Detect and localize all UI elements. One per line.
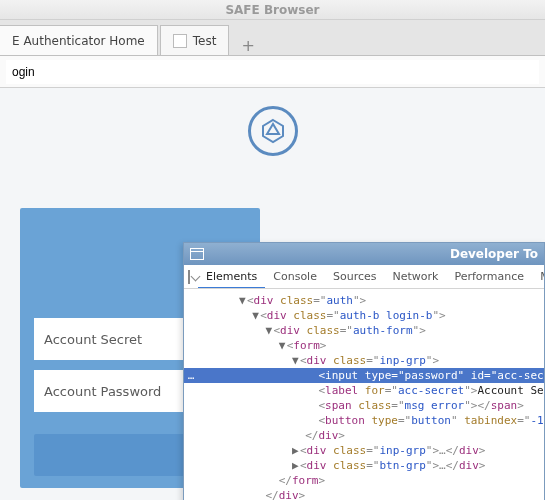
tab-strip: E Authenticator Home Test + — [0, 20, 545, 56]
dom-tree[interactable]: ▼<div class="auth"> ▼<div class="auth-b … — [184, 289, 544, 500]
page-icon — [173, 34, 187, 48]
dom-line[interactable]: <button type="button" tabindex="-1" clas… — [186, 413, 544, 428]
new-tab-button[interactable]: + — [231, 36, 264, 55]
page-viewport: Account Secret Account Password Develope… — [0, 88, 545, 500]
tab-performance[interactable]: Performance — [446, 265, 532, 289]
devtools-title: Developer To — [450, 247, 538, 261]
dom-line[interactable]: </form> — [186, 473, 544, 488]
tab-memory[interactable]: Memory — [532, 265, 544, 289]
dom-line[interactable]: </div> — [186, 428, 544, 443]
address-input[interactable] — [6, 60, 539, 84]
devtools-window[interactable]: Developer To Elements Console Sources Ne… — [183, 242, 545, 500]
tab-label: E Authenticator Home — [12, 34, 145, 48]
window-titlebar: SAFE Browser — [0, 0, 545, 20]
window-title: SAFE Browser — [225, 3, 319, 17]
tab-network[interactable]: Network — [384, 265, 446, 289]
devtools-titlebar[interactable]: Developer To — [184, 243, 544, 265]
dom-line[interactable]: ▼<form> — [186, 338, 544, 353]
logo-glyph-icon — [259, 117, 287, 145]
dom-line[interactable]: ▼<div class="auth-b login-b"> — [186, 308, 544, 323]
tab-test[interactable]: Test — [160, 25, 230, 55]
dom-line[interactable]: <label for="acc-secret">Account Secret</… — [186, 383, 544, 398]
inspect-icon[interactable] — [188, 270, 190, 284]
dom-line[interactable]: ▼<div class="auth-form"> — [186, 323, 544, 338]
app-logo — [248, 106, 298, 156]
dom-line[interactable]: <span class="msg error"></span> — [186, 398, 544, 413]
window-icon — [190, 248, 204, 260]
tab-console[interactable]: Console — [265, 265, 325, 289]
field-label: Account Secret — [44, 332, 142, 347]
selected-marker-icon: … — [184, 368, 198, 383]
dom-line[interactable]: ▶<div class="btn-grp">…</div> — [186, 458, 544, 473]
tab-label: Test — [193, 34, 217, 48]
dom-line[interactable]: </div> — [186, 488, 544, 500]
devtools-tabstrip: Elements Console Sources Network Perform… — [184, 265, 544, 289]
tab-elements[interactable]: Elements — [198, 265, 265, 289]
dom-line-selected[interactable]: <input type="password" id="acc-secret" n… — [186, 368, 544, 383]
tab-sources[interactable]: Sources — [325, 265, 385, 289]
dom-line[interactable]: ▶<div class="inp-grp">…</div> — [186, 443, 544, 458]
dom-line[interactable]: ▼<div class="auth"> — [186, 293, 544, 308]
url-bar — [0, 56, 545, 88]
tab-authenticator[interactable]: E Authenticator Home — [0, 25, 158, 55]
field-label: Account Password — [44, 384, 161, 399]
dom-line[interactable]: ▼<div class="inp-grp"> — [186, 353, 544, 368]
